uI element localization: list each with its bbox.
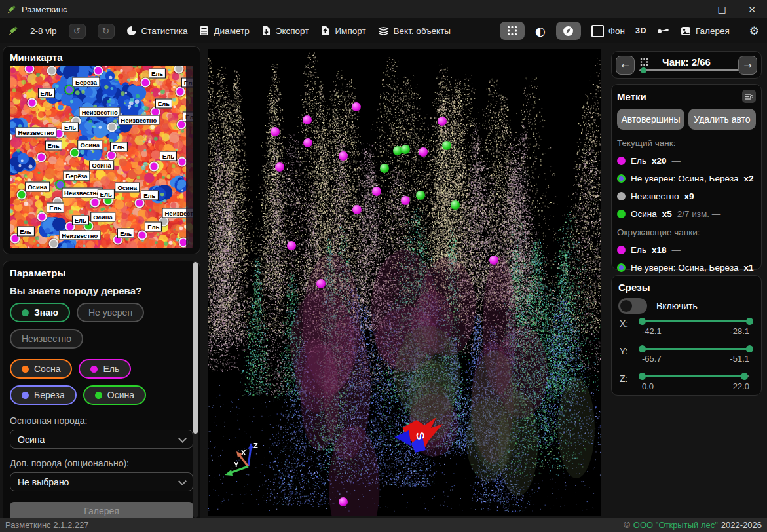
viewport-tree-marker-7[interactable] <box>401 145 410 154</box>
current-mark-item-2[interactable]: Неизвестноx9 <box>617 191 756 201</box>
viewport-tree-marker-15[interactable] <box>451 200 460 210</box>
species-option-1[interactable]: Ель <box>79 359 131 379</box>
minimap-title: Миникарта <box>3 47 200 64</box>
contrast-toggle[interactable]: ◐ <box>535 24 546 38</box>
point-cloud-viewport[interactable]: S X Z Y <box>208 49 601 516</box>
next-chunk-button[interactable]: → <box>738 56 757 75</box>
minimize-button[interactable]: – <box>677 0 707 18</box>
viewport-tree-marker-8[interactable] <box>442 141 451 150</box>
chunk-progress-track[interactable] <box>639 69 739 71</box>
main-species-select[interactable]: Осина <box>10 430 193 449</box>
slice-handle-min[interactable] <box>639 345 646 352</box>
slice-handle-max[interactable] <box>741 373 748 380</box>
slice-track[interactable] <box>642 375 749 377</box>
knowledge-option-2[interactable]: Неизвестно <box>10 329 83 349</box>
selected-tree-marker[interactable]: S <box>393 415 452 461</box>
minimap-tree-marker-17[interactable] <box>149 161 159 171</box>
slice-handle-max[interactable] <box>746 345 753 352</box>
surrounding-mark-item-0[interactable]: Ельx18— <box>617 245 756 255</box>
3d-mode-button[interactable]: 3D <box>635 26 646 35</box>
viewport-tree-marker-12[interactable] <box>372 187 381 196</box>
gallery-button[interactable]: Галерея <box>681 26 730 36</box>
scrollbar-thumb[interactable] <box>193 262 198 434</box>
slice-track[interactable] <box>642 320 749 322</box>
tree-gallery-button[interactable]: Галерея <box>10 502 193 520</box>
export-button[interactable]: Экспорт <box>261 26 309 36</box>
import-button[interactable]: Импорт <box>320 26 365 36</box>
current-mark-item-0[interactable]: Ельx20— <box>617 156 756 166</box>
surrounding-mark-item-1[interactable]: Не уверен: Осина, Берёзаx1 <box>617 263 756 273</box>
viewport-tree-marker-20[interactable] <box>339 497 348 506</box>
current-mark-item-1[interactable]: Не уверен: Осина, Берёзаx2 <box>617 174 756 183</box>
chunk-grid-toggle[interactable] <box>500 22 525 40</box>
secondary-species-select[interactable]: Не выбрано <box>10 472 193 491</box>
species-option-label: Осина <box>107 390 134 400</box>
viewport-tree-marker-18[interactable] <box>489 256 498 265</box>
slice-track[interactable] <box>642 348 749 350</box>
viewport-tree-marker-1[interactable] <box>303 115 312 124</box>
connect-points-icon[interactable] <box>657 28 670 34</box>
auto-vertices-button[interactable]: Автовершины <box>617 109 684 130</box>
viewport-tree-marker-13[interactable] <box>401 196 410 205</box>
viewport-tree-marker-19[interactable] <box>316 279 326 288</box>
chunk-progress-dot[interactable] <box>641 67 646 73</box>
minimap-tree-marker-32[interactable] <box>49 239 59 248</box>
background-checkbox[interactable] <box>591 25 604 37</box>
minimap-tree-marker-25[interactable] <box>37 212 47 222</box>
marks-list-button[interactable] <box>742 90 756 103</box>
viewport-tree-marker-3[interactable] <box>438 117 447 126</box>
minimap[interactable]: БерёзаЕльЕльЕльНеизвестноНеизвестноЕльНе… <box>10 66 193 248</box>
title-bar: Разметкинс – □ × <box>0 0 767 18</box>
minimap-tree-marker-30[interactable] <box>137 231 147 240</box>
viewport-tree-marker-0[interactable] <box>352 102 361 111</box>
slice-handle-max[interactable] <box>746 318 753 325</box>
left-panel-scrollbar[interactable] <box>193 261 198 518</box>
draw-tool-toggle[interactable] <box>556 22 581 40</box>
redo-button[interactable]: ↻ <box>98 24 115 39</box>
viewport-tree-marker-9[interactable] <box>380 164 389 173</box>
minimap-tree-marker-1[interactable] <box>47 66 56 75</box>
background-checkbox-item[interactable]: Фон <box>591 25 625 37</box>
minimap-edge-dim <box>186 66 193 248</box>
species-option-3[interactable]: Осина <box>83 385 146 405</box>
viewport-tree-marker-2[interactable] <box>271 127 280 136</box>
surrounding-chunks-label: Окружающие чанки: <box>617 227 756 237</box>
knowledge-option-1[interactable]: Не уверен <box>77 303 144 322</box>
knowledge-option-0[interactable]: Знаю <box>10 303 70 322</box>
slices-enable-toggle[interactable] <box>618 298 647 314</box>
viewport-tree-marker-11[interactable] <box>419 147 428 157</box>
statistics-button[interactable]: Статистика <box>126 26 188 36</box>
viewport-tree-marker-14[interactable] <box>416 191 425 200</box>
minimap-tree-marker-4[interactable] <box>174 66 183 73</box>
undo-button[interactable]: ↺ <box>69 24 86 39</box>
viewport-tree-marker-16[interactable] <box>352 205 362 214</box>
minimap-tree-marker-0[interactable] <box>25 66 35 73</box>
species-dot-icon <box>22 366 29 373</box>
minimap-tree-marker-12[interactable] <box>10 132 12 142</box>
minimap-species-label-23: Осина <box>90 212 115 222</box>
company-link[interactable]: ООО "Открытый лес" <box>633 520 718 530</box>
current-mark-item-3[interactable]: Осинаx52/7 изм. — <box>617 209 756 219</box>
maximize-button[interactable]: □ <box>707 0 737 18</box>
species-option-2[interactable]: Берёза <box>10 385 77 405</box>
marker-tool-icon[interactable] <box>8 26 18 36</box>
species-option-0[interactable]: Сосна <box>10 359 72 379</box>
slice-handle-min[interactable] <box>639 318 646 325</box>
minimap-tree-marker-2[interactable] <box>94 66 103 75</box>
viewport-tree-marker-10[interactable] <box>275 162 284 172</box>
settings-gear-icon[interactable]: ⚙ <box>749 24 759 37</box>
minimap-tree-marker-7[interactable] <box>175 86 185 96</box>
delete-auto-button[interactable]: Удалить авто <box>688 109 756 130</box>
minimap-tree-marker-10[interactable] <box>107 123 117 132</box>
viewport-tree-marker-5[interactable] <box>339 151 348 161</box>
minimap-tree-marker-15[interactable] <box>36 153 46 162</box>
viewport-tree-marker-17[interactable] <box>287 241 296 250</box>
vector-objects-button[interactable]: Вект. объекты <box>378 26 451 36</box>
diameter-button[interactable]: Диаметр <box>199 26 249 36</box>
close-button[interactable]: × <box>737 0 767 18</box>
species-option-label: Сосна <box>34 364 60 374</box>
viewport-tree-marker-4[interactable] <box>303 138 312 147</box>
minimap-tree-marker-6[interactable] <box>28 98 37 108</box>
minimap-tree-marker-3[interactable] <box>141 78 151 88</box>
slice-handle-min[interactable] <box>639 373 646 380</box>
